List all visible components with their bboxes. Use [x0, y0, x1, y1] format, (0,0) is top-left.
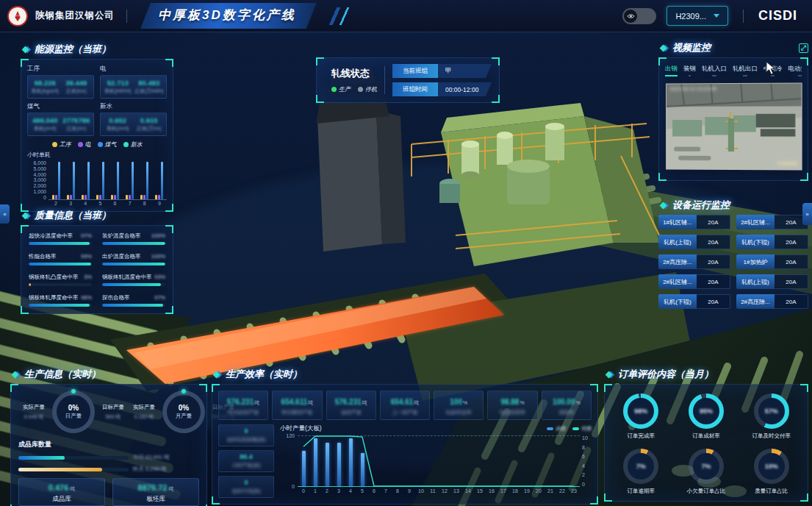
energy-bar-group: 5 — [93, 160, 107, 207]
quality-metric: 钢板终轧温度命中率 93% — [102, 274, 165, 286]
donut-ring: 10% — [754, 449, 789, 484]
panel-quality-title: 质量信息（当班） — [21, 209, 173, 222]
energy-bar-group: 9 — [152, 160, 167, 207]
collapse-handle-right[interactable]: » — [802, 203, 812, 225]
energy-card: 52.713单耗(kWh/t) 80.483总量(万kWh) — [100, 75, 167, 99]
visibility-toggle[interactable] — [622, 8, 656, 24]
legend-dot-icon — [78, 142, 83, 147]
order-donut: 10% 质量订单占比 — [741, 449, 802, 495]
app-title-plate: 中厚板3D数字化产线 — [140, 3, 317, 29]
collapse-handle-left[interactable]: « — [0, 204, 10, 224]
equipment-item[interactable]: 1#加热炉 20A — [736, 254, 808, 269]
progress-track — [29, 304, 92, 307]
top-bar: 陕钢集团汉钢公司 中厚板3D数字化产线 H2309... CISDI — [0, 0, 812, 32]
line-status-title: 轧线状态 — [331, 67, 377, 80]
equipment-item[interactable]: 2#高压除... 20A — [658, 254, 730, 269]
progress-fill — [102, 283, 161, 286]
energy-unit: 单耗(m³/t) — [102, 125, 134, 132]
energy-unit: 总量(万kWh) — [134, 88, 165, 95]
video-tab[interactable]: 装钢 — [683, 65, 696, 76]
chart-legend-item[interactable]: 块数 — [547, 425, 566, 432]
video-tab[interactable]: 出钢 — [665, 65, 678, 76]
equipment-item[interactable]: 2#轧区辅... 20A — [658, 274, 730, 289]
progress-fill — [29, 263, 91, 266]
energy-bar-group: 4 — [78, 160, 93, 207]
order-donut: 95% 订单成材率 — [676, 393, 737, 440]
equipment-item[interactable]: 1#轧区辅... 20A — [658, 215, 730, 229]
equipment-item[interactable]: 2#高压除... 20A — [736, 294, 808, 309]
equipment-item[interactable]: 2#轧区辅... 20A — [736, 215, 808, 229]
energy-chart-title: 小时单耗 — [27, 151, 167, 159]
progress-fill — [29, 304, 90, 307]
order-donut: 98% 订单完成率 — [611, 393, 672, 440]
equipment-item[interactable]: 轧机(下辊) 20A — [736, 235, 808, 249]
video-tab[interactable]: 轧机入口 — [702, 65, 727, 76]
energy-value: 68.226 — [29, 79, 61, 87]
panel-video: 视频监控 ⤢ 出钢装钢轧机入口轧机出口中间冷电动热锯 — [658, 41, 808, 181]
x-axis-labels: 01234567891011121314151617181920212223 — [280, 487, 592, 493]
inventory-fill — [18, 456, 65, 460]
dropdown-value: H2309... — [675, 12, 706, 21]
donut-gauge: 0%月产量 — [162, 391, 205, 433]
energy-group: 电 52.713单耗(kWh/t) 80.483总量(万kWh) — [100, 65, 167, 99]
progress-track — [102, 263, 165, 266]
legend-item[interactable]: 工序 — [52, 140, 71, 149]
heat-number-dropdown[interactable]: H2309... — [667, 6, 728, 26]
fullscreen-icon[interactable]: ⤢ — [799, 43, 808, 53]
video-tab[interactable]: 轧机出口 — [733, 65, 758, 76]
equipment-item[interactable]: 轧机(上辊) 20A — [736, 274, 808, 289]
inventory-card: 0.476吨 成品库 — [18, 478, 105, 506]
equipment-item[interactable]: 轧机(下辊) 20A — [658, 294, 730, 309]
status-legend-item: 停机 — [358, 85, 377, 93]
divider — [384, 66, 385, 94]
energy-card: 68.226单耗(kgce/t) 39.449总量(tce) — [27, 75, 94, 99]
quality-metric: 探伤合格率 97% — [102, 294, 165, 307]
diamond-icon — [21, 45, 30, 54]
video-tab[interactable]: 电动热锯 — [788, 65, 802, 76]
stat-card: 654.61吨 上一班产量 — [380, 391, 430, 420]
decor-slashes-icon — [323, 7, 363, 25]
trend-line — [298, 436, 580, 486]
energy-unit: 总量(m³) — [61, 125, 93, 132]
progress-fill — [102, 242, 165, 245]
divider — [126, 10, 127, 23]
equipment-item[interactable]: 轧机(上辊) 20A — [658, 235, 730, 249]
panel-equipment: 设备运行监控 1#轧区辅... 20A 2#轧区辅... 20A 轧机(上辊) … — [658, 199, 808, 309]
energy-value: 0.915 — [134, 116, 165, 124]
legend-item[interactable]: 电 — [78, 140, 91, 149]
order-donut: 57% 订单及时交付率 — [741, 393, 802, 440]
donut-ring: 57% — [754, 393, 789, 429]
progress-track — [29, 263, 92, 266]
legend-dot-icon — [52, 142, 57, 147]
panel-efficiency: 生产效率（实时） 576.231吨 昨日白班产量 654.611吨 昨日夜班产量… — [212, 368, 598, 505]
stat-card: 576.231吨 昨日白班产量 — [218, 391, 268, 420]
progress-track — [102, 242, 165, 245]
status-dot-icon — [358, 87, 363, 92]
energy-unit: 总量(万m³) — [134, 125, 165, 132]
cctv-frame — [667, 83, 802, 170]
legend-item[interactable]: 煤气 — [98, 140, 117, 149]
energy-group: 工序 68.226单耗(kgce/t) 39.449总量(tce) — [27, 65, 94, 99]
energy-card: 486.040单耗(m³/t) 2775786总量(m³) — [27, 113, 94, 136]
energy-bar-group: 6 — [108, 160, 123, 207]
stat-card: 100.00% 成材率 — [542, 391, 592, 420]
chevron-down-icon — [714, 14, 719, 18]
shift-info-row: 当前班组 甲 — [392, 64, 492, 78]
side-stat-card: 86.4 小时产量(块) — [218, 450, 274, 472]
production-gauge: 实际产量 0.045 吨 0%日产量 目标产量 500 吨 — [18, 391, 129, 433]
energy-value: 0.652 — [102, 116, 134, 124]
energy-bar-group: 8 — [137, 160, 152, 207]
video-feed[interactable]: 2023-09-14 10:23:45 出钢辊道 — [666, 82, 802, 170]
order-donut: 7% 小欠量订单占比 — [676, 449, 737, 495]
chart-legend-item[interactable]: 吨数 — [572, 425, 592, 432]
dashboard: 陕钢集团汉钢公司 中厚板3D数字化产线 H2309... CISDI — [0, 0, 812, 506]
donut-ring: 95% — [689, 393, 724, 429]
quality-metric: 超快冷温度命中率 97% — [29, 232, 92, 245]
legend-item[interactable]: 新水 — [123, 140, 143, 149]
panel-energy: 能源监控（当班） 工序 68.226单耗(kgce/t) 39.449总量(tc… — [21, 43, 173, 212]
cctv-camera-label: 出钢辊道 — [777, 160, 797, 167]
energy-chart: 6,0005,0004,0003,0002,0001,0000 23456789 — [27, 160, 167, 207]
legend-dot-icon — [123, 142, 129, 147]
quality-metric: 性能合格率 99% — [29, 253, 92, 266]
inventory-fill — [18, 468, 102, 471]
